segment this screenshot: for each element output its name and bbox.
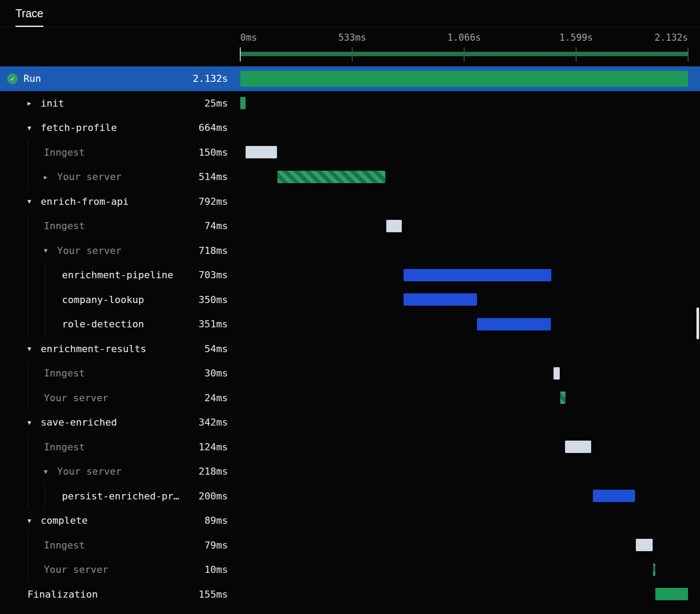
row-timeline-track	[240, 508, 688, 533]
tree-guide-line	[27, 557, 28, 582]
row-timeline-track	[240, 435, 688, 460]
span-bar[interactable]	[246, 146, 277, 158]
tick-label: 1.599s	[559, 32, 593, 43]
trace-row-company-lookup[interactable]: company-lookup350ms	[0, 288, 700, 312]
trace-row-inngest[interactable]: Inngest74ms	[0, 214, 700, 238]
span-bar[interactable]	[240, 97, 246, 109]
trace-row-fetch-profile[interactable]: ▼fetch-profile664ms	[0, 115, 700, 140]
span-bar[interactable]	[386, 220, 402, 232]
row-duration: 150ms	[199, 147, 240, 158]
row-duration: 2.132s	[193, 73, 240, 84]
tick-mark	[576, 47, 577, 61]
row-name-cell: Inngest74ms	[0, 214, 240, 238]
row-label: Your server	[44, 392, 108, 403]
span-bar[interactable]	[560, 391, 565, 404]
row-name-cell: role-detection351ms	[0, 312, 240, 337]
row-name-cell: Inngest124ms	[0, 435, 240, 460]
tab-trace-label: Trace	[15, 7, 43, 20]
row-timeline-track	[240, 214, 688, 238]
trace-row-run[interactable]: ✓Run2.132s	[0, 66, 700, 91]
tab-trace[interactable]: Trace	[15, 0, 43, 27]
row-name-cell: company-lookup350ms	[0, 288, 240, 312]
tab-bar: Trace	[0, 0, 700, 27]
row-label: Run	[23, 73, 41, 84]
trace-row-inngest[interactable]: Inngest124ms	[0, 435, 700, 460]
row-label: enrich-from-api	[41, 196, 129, 207]
row-timeline-track	[240, 91, 688, 116]
chevron-down-icon[interactable]: ▼	[27, 345, 41, 352]
trace-row-your-server[interactable]: ▶Your server514ms	[0, 165, 700, 189]
row-name-cell: ▼enrich-from-api792ms	[0, 189, 240, 214]
trace-row-your-server[interactable]: ▼Your server218ms	[0, 459, 700, 484]
span-bar[interactable]	[240, 71, 688, 87]
row-duration: 792ms	[199, 196, 240, 207]
row-label: fetch-profile	[41, 122, 117, 133]
trace-row-enrich-from-api[interactable]: ▼enrich-from-api792ms	[0, 189, 700, 214]
row-name-cell: ▼complete89ms	[0, 508, 240, 533]
row-label: save-enriched	[41, 417, 117, 428]
row-timeline-track	[240, 140, 688, 165]
tree-guide-line	[45, 288, 45, 312]
chevron-right-icon[interactable]: ▶	[27, 100, 41, 107]
row-label: Finalization	[27, 589, 98, 600]
chevron-down-icon[interactable]: ▼	[44, 247, 57, 254]
trace-row-enrichment-results[interactable]: ▼enrichment-results54ms	[0, 337, 700, 361]
row-timeline-track	[240, 263, 688, 288]
tree-guide-line	[27, 288, 28, 312]
trace-row-your-server[interactable]: ▼Your server718ms	[0, 238, 700, 263]
tree-guide-line	[45, 312, 45, 337]
row-label: role-detection	[62, 319, 144, 330]
row-duration: 342ms	[199, 417, 240, 428]
trace-row-finalization[interactable]: Finalization155ms	[0, 582, 700, 607]
span-bar[interactable]	[277, 171, 385, 183]
trace-row-your-server[interactable]: Your server24ms	[0, 386, 700, 411]
row-duration: 703ms	[199, 269, 240, 280]
span-bar[interactable]	[554, 367, 560, 380]
chevron-down-icon[interactable]: ▼	[27, 124, 41, 131]
row-timeline-track	[240, 189, 688, 214]
trace-row-inngest[interactable]: Inngest30ms	[0, 361, 700, 386]
trace-row-complete[interactable]: ▼complete89ms	[0, 508, 700, 533]
span-bar[interactable]	[636, 539, 652, 551]
trace-row-persist-enriched-pr[interactable]: persist-enriched-pr…200ms	[0, 484, 700, 509]
trace-row-role-detection[interactable]: role-detection351ms	[0, 312, 700, 337]
chevron-right-icon[interactable]: ▶	[44, 173, 57, 180]
trace-row-inngest[interactable]: Inngest79ms	[0, 533, 700, 558]
tree-guide-line	[27, 263, 28, 288]
span-bar[interactable]	[477, 318, 551, 330]
tree-guide-line	[27, 312, 28, 337]
trace-row-inngest[interactable]: Inngest150ms	[0, 140, 700, 165]
row-duration: 24ms	[204, 392, 240, 403]
row-name-cell: ✓Run2.132s	[0, 66, 240, 91]
row-name-cell: Inngest150ms	[0, 140, 240, 165]
row-name-cell: ▼save-enriched342ms	[0, 410, 240, 435]
row-timeline-track	[240, 361, 688, 386]
tick-label: 2.132s	[654, 32, 688, 43]
row-duration: 200ms	[199, 491, 240, 502]
chevron-down-icon[interactable]: ▼	[27, 198, 41, 205]
span-bar[interactable]	[404, 293, 477, 306]
row-name-cell: ▶Your server514ms	[0, 165, 240, 189]
row-label: Your server	[57, 245, 122, 256]
trace-row-enrichment-pipeline[interactable]: enrichment-pipeline703ms	[0, 263, 700, 288]
tree-guide-line	[27, 435, 28, 460]
row-name-cell: ▼enrichment-results54ms	[0, 337, 240, 361]
span-bar[interactable]	[653, 564, 655, 576]
trace-row-init[interactable]: ▶init25ms	[0, 91, 700, 116]
tree-guide-line	[27, 361, 28, 386]
row-duration: 25ms	[204, 98, 240, 109]
chevron-down-icon[interactable]: ▼	[44, 468, 57, 475]
trace-row-save-enriched[interactable]: ▼save-enriched342ms	[0, 410, 700, 435]
span-bar[interactable]	[565, 441, 591, 453]
row-name-cell: Finalization155ms	[0, 582, 240, 607]
row-timeline-track	[240, 533, 688, 558]
chevron-down-icon[interactable]: ▼	[27, 419, 41, 426]
scrollbar-thumb[interactable]	[696, 307, 699, 339]
span-bar[interactable]	[593, 490, 635, 502]
row-label: complete	[41, 515, 88, 526]
tree-guide-line	[27, 165, 28, 189]
chevron-down-icon[interactable]: ▼	[27, 517, 41, 524]
span-bar[interactable]	[404, 269, 551, 281]
span-bar[interactable]	[655, 588, 688, 600]
trace-row-your-server[interactable]: Your server10ms	[0, 557, 700, 582]
